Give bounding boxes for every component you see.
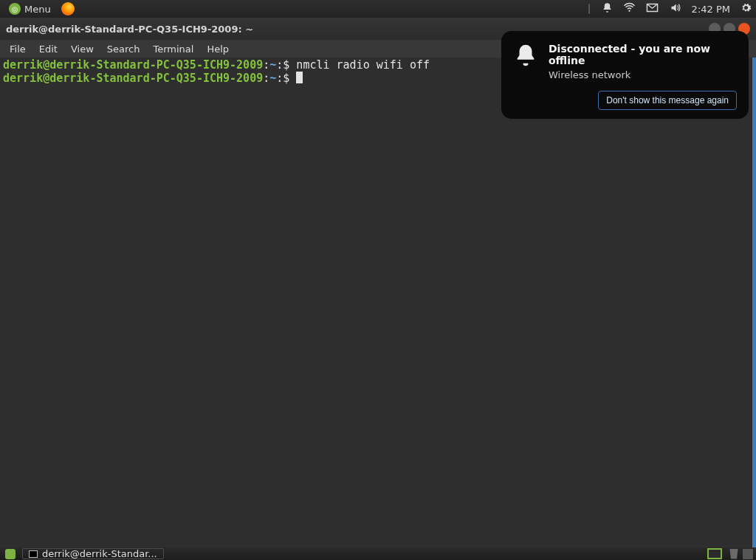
network-wifi-icon[interactable] [623, 1, 636, 16]
notification-dismiss-button[interactable]: Don't show this message again [598, 91, 737, 110]
notification-bell-icon [513, 43, 538, 110]
trash-icon[interactable] [728, 549, 740, 559]
menu-file[interactable]: File [3, 41, 32, 57]
taskbar-window-entry[interactable]: derrik@derrik-Standar... [22, 548, 164, 559]
menu-search[interactable]: Search [100, 41, 147, 57]
svg-point-0 [628, 10, 630, 12]
terminal-command: nmcli radio wifi off [289, 58, 430, 72]
notifications-icon[interactable] [602, 2, 613, 15]
menu-view[interactable]: View [64, 41, 100, 57]
applications-menu-button[interactable]: ◎ Menu [4, 1, 55, 16]
window-title: derrik@derrik-Standard-PC-Q35-ICH9-2009:… [6, 24, 253, 35]
prompt-separator: : [263, 58, 269, 72]
prompt-separator-3: : [263, 72, 269, 85]
taskbar-window-title: derrik@derrik-Standar... [42, 548, 157, 559]
system-tray: 2:42 PM [588, 1, 752, 16]
notification-toast: Disconnected - you are now offline Wirel… [501, 31, 749, 119]
mint-square-icon [5, 549, 16, 559]
taskbar-menu-launcher[interactable] [3, 548, 18, 559]
tray-separator [588, 4, 590, 14]
settings-gear-icon[interactable] [740, 2, 752, 15]
bottom-taskbar: derrik@derrik-Standar... [0, 547, 756, 560]
menu-edit[interactable]: Edit [32, 41, 64, 57]
prompt-path-2: ~ [269, 72, 276, 85]
prompt-dollar-2: $ [283, 72, 289, 85]
top-panel: ◎ Menu 2:42 PM [0, 0, 756, 18]
show-desktop-corner[interactable] [743, 549, 753, 559]
menu-help[interactable]: Help [200, 41, 236, 57]
mail-icon[interactable] [646, 3, 659, 15]
applications-menu-label: Menu [24, 4, 51, 15]
prompt-path: ~ [269, 58, 276, 72]
terminal-task-icon [29, 550, 38, 558]
terminal-body[interactable]: derrik@derrik-Standard-PC-Q35-ICH9-2009:… [0, 58, 756, 547]
prompt-separator-2: : [276, 58, 283, 72]
clock-label[interactable]: 2:42 PM [692, 4, 730, 15]
notification-detail: Wireless network [549, 69, 737, 80]
mint-logo-icon: ◎ [9, 3, 21, 15]
menu-terminal[interactable]: Terminal [146, 41, 200, 57]
terminal-cursor [296, 72, 303, 83]
right-edge-scrollbar[interactable] [752, 58, 756, 547]
volume-icon[interactable] [669, 2, 681, 15]
prompt-user-host: derrik@derrik-Standard-PC-Q35-ICH9-2009 [3, 58, 263, 72]
notification-title: Disconnected - you are now offline [549, 43, 737, 66]
firefox-launcher-icon[interactable] [61, 2, 75, 15]
prompt-separator-4: : [276, 72, 283, 85]
prompt-dollar: $ [283, 58, 289, 72]
prompt-user-host-2: derrik@derrik-Standard-PC-Q35-ICH9-2009 [3, 72, 263, 85]
workspace-switcher[interactable] [707, 548, 722, 559]
